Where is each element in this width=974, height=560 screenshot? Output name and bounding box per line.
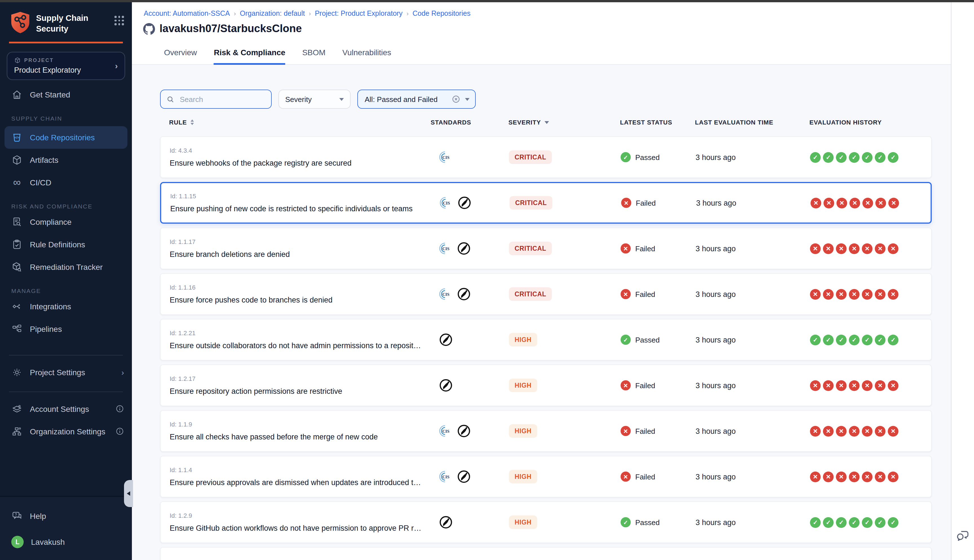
search-box[interactable] [160, 90, 272, 109]
clear-filter-icon[interactable] [452, 95, 460, 104]
rule-cell: Id: 1.1.9Ensure all checks have passed b… [161, 421, 431, 441]
search-input[interactable] [178, 94, 265, 104]
history-fail-icon: ✕ [862, 243, 872, 254]
status-cell: ✓Passed [620, 517, 695, 527]
sidebar-item-label: Rule Definitions [30, 240, 85, 249]
sidebar-item-label: Code Repositories [30, 133, 95, 142]
artifacts-cube-icon [11, 154, 23, 165]
table-row[interactable]: Id: 1.1.16Ensure force pushes code to br… [160, 273, 932, 315]
tab-sbom[interactable]: SBOM [302, 48, 325, 65]
sidebar-item-remediation-tracker[interactable]: Remediation Tracker [0, 255, 132, 278]
table-row[interactable]: Id: 1.2.21Ensure outside collaborators d… [160, 319, 932, 360]
history-pass-icon: ✓ [875, 152, 886, 163]
cis-standard-icon: CIS [439, 287, 452, 301]
last-evaluation-time: 3 hours ago [695, 244, 810, 253]
status-label: Failed [636, 198, 656, 207]
status-filter-dropdown[interactable]: All: Passed and Failed [357, 90, 476, 109]
avatar: L [11, 536, 24, 548]
sidebar-item-integrations[interactable]: Integrations [0, 295, 132, 317]
history-fail-icon: ✕ [888, 426, 899, 436]
info-icon[interactable] [115, 405, 124, 413]
standards-cell: CIS [431, 424, 509, 438]
history-fail-icon: ✕ [823, 243, 834, 254]
history-fail-icon: ✕ [876, 197, 886, 208]
last-evaluation-time: 3 hours ago [695, 290, 810, 298]
sidebar-item-get-started[interactable]: Get Started [0, 83, 132, 106]
history-pass-icon: ✓ [823, 152, 834, 163]
history-fail-icon: ✕ [888, 289, 899, 300]
chevron-down-icon [465, 98, 470, 100]
severity-badge: CRITICAL [509, 242, 552, 255]
severity-filter-dropdown[interactable]: Severity [279, 90, 350, 109]
severity-cell: HIGH [509, 378, 620, 392]
rule-cell: Id: 4.3.4Ensure webhooks of the package … [161, 147, 431, 167]
rule-cell: Id: 1.1.15Ensure pushing of new code is … [161, 193, 432, 213]
sidebar-item-compliance[interactable]: Compliance [0, 210, 132, 233]
table-row[interactable]: Id: 1.1.5 CIS HIGH✕Failed3 hours ago✕✕✕✕… [160, 547, 932, 560]
cis-standard-icon: CIS [439, 242, 452, 255]
owasp-standard-icon [439, 515, 453, 530]
status-label: Passed [635, 518, 660, 527]
table-header: RULE STANDARDS SEVERITY LATEST STATUS LA… [160, 115, 932, 136]
sidebar-item-code-repositories[interactable]: </> Code Repositories [5, 126, 127, 148]
sidebar-item-help[interactable]: ? Help [0, 505, 132, 527]
svg-text:CIS: CIS [442, 247, 449, 251]
history-pass-icon: ✓ [849, 517, 860, 528]
sidebar-item-rule-definitions[interactable]: Rule Definitions [0, 233, 132, 255]
sidebar-item-label: CI/CD [30, 178, 51, 187]
user-menu[interactable]: L Lavakush [0, 531, 132, 553]
severity-badge: CRITICAL [509, 150, 552, 164]
breadcrumb-link[interactable]: Organization: default [240, 10, 305, 17]
rule-text: Ensure all checks have passed before the… [170, 433, 422, 441]
svg-text:CIS: CIS [442, 475, 449, 479]
tab-risk-compliance[interactable]: Risk & Compliance [214, 48, 285, 65]
rule-text: Ensure outside collaborators do not have… [170, 342, 422, 350]
table-row[interactable]: Id: 1.1.17Ensure branch deletions are de… [160, 228, 932, 269]
sidebar-item-label: Project Settings [30, 368, 85, 377]
main-area: Account: Automation-SSCA›Organization: d… [132, 2, 951, 560]
history-fail-icon: ✕ [862, 380, 872, 391]
breadcrumb-link[interactable]: Account: Automation-SSCA [144, 10, 230, 17]
breadcrumb-link[interactable]: Code Repositories [413, 10, 471, 17]
table-row[interactable]: Id: 1.1.9Ensure all checks have passed b… [160, 410, 932, 452]
sidebar: Supply Chain Security PROJECT Product Ex… [0, 2, 132, 560]
breadcrumb-link[interactable]: Project: Product Exploratory [315, 10, 402, 17]
table-row[interactable]: Id: 1.1.4Ensure previous approvals are d… [160, 456, 932, 497]
table-row[interactable]: Id: 1.2.17Ensure repository action permi… [160, 365, 932, 406]
table-row[interactable]: Id: 4.3.4Ensure webhooks of the package … [160, 136, 932, 178]
history-pass-icon: ✓ [888, 334, 899, 345]
sidebar-collapse-handle[interactable] [124, 480, 133, 507]
severity-cell: HIGH [509, 333, 620, 347]
sidebar-item-organization-settings[interactable]: Organization Settings [0, 420, 132, 443]
tab-overview[interactable]: Overview [164, 48, 197, 65]
sidebar-item-cicd[interactable]: ∞ CI/CD [0, 171, 132, 193]
status-cell: ✕Failed [621, 198, 696, 208]
tab-vulnerabilities[interactable]: Vulnerabilities [342, 48, 391, 65]
rule-text: Ensure repository action permissions are… [170, 387, 422, 395]
table-row[interactable]: Id: 1.2.9Ensure GitHub action workflows … [160, 502, 932, 543]
project-switcher[interactable]: PROJECT Product Exploratory › [7, 52, 125, 80]
severity-cell: CRITICAL [509, 287, 620, 301]
sidebar-item-artifacts[interactable]: Artifacts [0, 148, 132, 171]
svg-text:CIS: CIS [442, 292, 449, 297]
sidebar-item-account-settings[interactable]: Account Settings [0, 397, 132, 420]
column-header-rule[interactable]: RULE [160, 119, 430, 126]
table-row[interactable]: Id: 1.1.15Ensure pushing of new code is … [160, 182, 932, 224]
project-label-row: PROJECT [14, 57, 115, 63]
rule-id: Id: 1.2.17 [170, 375, 422, 382]
info-icon[interactable] [115, 427, 124, 435]
chat-support-icon[interactable] [956, 528, 970, 545]
owasp-standard-icon [457, 287, 471, 302]
standards-cell [431, 332, 509, 347]
rule-text: Ensure webhooks of the package registry … [170, 159, 422, 167]
sidebar-item-pipelines[interactable]: Pipelines [0, 317, 132, 340]
app-switcher-icon[interactable] [114, 16, 124, 25]
history-pass-icon: ✓ [862, 334, 872, 345]
history-fail-icon: ✕ [888, 197, 899, 208]
history-pass-icon: ✓ [836, 152, 847, 163]
rule-id: Id: 4.3.4 [170, 147, 422, 154]
column-header-severity[interactable]: SEVERITY [509, 119, 620, 126]
evaluation-history-cell: ✕✕✕✕✕✕✕ [810, 380, 932, 391]
sidebar-item-project-settings[interactable]: Project Settings › [0, 361, 132, 383]
history-pass-icon: ✓ [888, 517, 899, 528]
